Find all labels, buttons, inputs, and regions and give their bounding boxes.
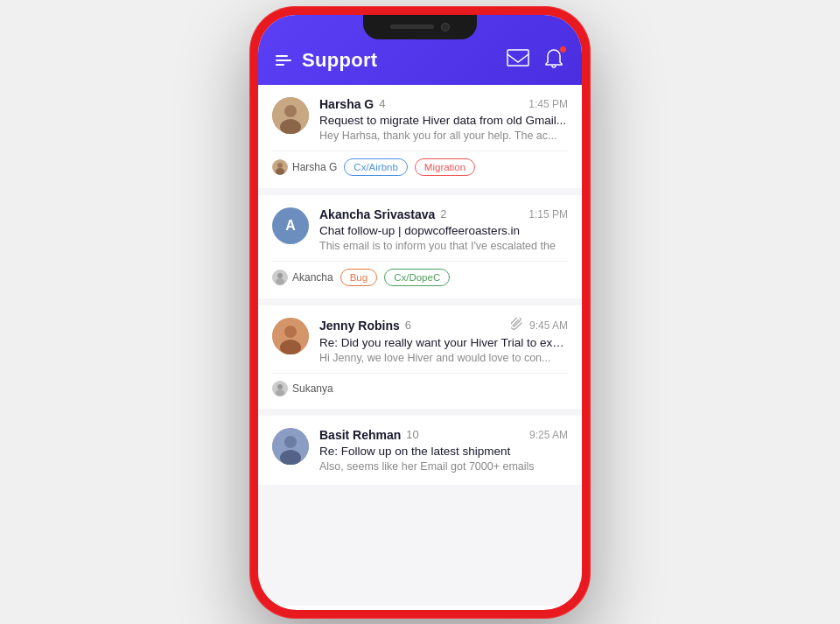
sender-name: Harsha G — [319, 97, 374, 111]
avatar — [272, 97, 309, 134]
avatar — [272, 318, 309, 354]
message-time: 1:45 PM — [528, 98, 568, 110]
tags-row: Akancha Bug Cx/DopeC — [272, 261, 568, 286]
assignee-avatar-icon — [272, 159, 288, 175]
message-count: 10 — [406, 428, 418, 441]
svg-point-8 — [276, 278, 284, 285]
tag-cx-dopec[interactable]: Cx/DopeC — [384, 269, 450, 286]
svg-point-10 — [284, 326, 297, 338]
message-time: 9:45 AM — [529, 319, 568, 332]
camera — [441, 23, 450, 32]
harsha-avatar-svg — [272, 97, 309, 134]
attachment-icon — [511, 318, 523, 333]
assignee-name: Sukanya — [292, 382, 333, 395]
svg-point-1 — [284, 105, 297, 117]
email-preview: Hi Jenny, we love Hiver and would love t… — [319, 352, 568, 364]
conversation-body: Harsha G 4 1:45 PM Request to migrate Hi… — [319, 97, 568, 142]
sender-name: Basit Rehman — [319, 428, 401, 442]
email-preview: Hey Harhsa, thank you for all your help.… — [319, 130, 568, 142]
sender-name: Jenny Robins — [319, 319, 400, 333]
inbox-button[interactable] — [507, 49, 529, 72]
notification-badge — [559, 46, 567, 53]
tag-migration[interactable]: Migration — [415, 158, 475, 176]
svg-point-7 — [277, 273, 283, 278]
assignee-name: Harsha G — [292, 161, 337, 173]
conversation-item[interactable]: Basit Rehman 10 9:25 AM Re: Follow up on… — [258, 416, 582, 485]
sender-name: Akancha Srivastava — [319, 207, 435, 221]
assignee-name: Akancha — [292, 271, 333, 284]
header-right — [507, 48, 564, 73]
phone-wrapper: Support — [236, 0, 604, 624]
assignee-avatar — [272, 381, 288, 396]
message-count: 6 — [405, 319, 411, 332]
message-count: 4 — [379, 97, 385, 110]
phone-screen: Support — [258, 15, 582, 610]
conversation-body: Akancha Srivastava 2 1:15 PM Chat follow… — [319, 207, 568, 252]
phone-frame: Support — [249, 6, 591, 619]
assignee-avatar-icon — [272, 381, 288, 396]
assignee-tag: Harsha G — [272, 159, 337, 175]
assignee-tag: Sukanya — [272, 381, 333, 396]
message-count: 2 — [440, 207, 446, 221]
avatar-letter: A — [285, 218, 296, 234]
tags-row: Harsha G Cx/Airbnb Migration — [272, 151, 568, 176]
avatar — [272, 428, 309, 465]
avatar: A — [272, 207, 309, 244]
basit-avatar-svg — [272, 428, 309, 465]
conversation-list[interactable]: Harsha G 4 1:45 PM Request to migrate Hi… — [258, 85, 582, 606]
email-subject: Request to migrate Hiver data from old G… — [319, 114, 568, 127]
assignee-avatar — [272, 270, 288, 285]
tag-bug[interactable]: Bug — [340, 269, 377, 286]
conversation-body: Basit Rehman 10 9:25 AM Re: Follow up on… — [319, 428, 568, 473]
app-title: Support — [302, 49, 377, 72]
svg-point-16 — [284, 436, 297, 448]
email-subject: Chat follow-up | dopwcoffeeroasters.in — [319, 224, 568, 237]
message-time: 1:15 PM — [528, 208, 568, 221]
conversation-item[interactable]: Harsha G 4 1:45 PM Request to migrate Hi… — [258, 85, 582, 188]
assignee-avatar-icon — [272, 270, 288, 285]
conversation-body: Jenny Robins 6 9:45 AM — [319, 318, 568, 364]
svg-point-14 — [276, 389, 284, 396]
tags-row: Sukanya — [272, 373, 568, 396]
notifications-button[interactable] — [543, 48, 564, 73]
assignee-tag: Akancha — [272, 270, 333, 285]
notch — [363, 15, 477, 39]
menu-button[interactable] — [276, 55, 291, 66]
jenny-avatar-svg — [272, 318, 309, 354]
conversation-item[interactable]: A Akancha Srivastava 2 1:15 PM Chat foll… — [258, 195, 582, 298]
email-subject: Re: Follow up on the latest shipment — [319, 445, 568, 458]
email-preview: Also, seems like her Email got 7000+ ema… — [319, 460, 568, 473]
svg-point-5 — [276, 168, 284, 175]
inbox-icon — [507, 49, 529, 68]
assignee-avatar — [272, 159, 288, 175]
conversation-item[interactable]: Jenny Robins 6 9:45 AM — [258, 305, 582, 409]
message-time: 9:25 AM — [529, 429, 568, 441]
email-subject: Re: Did you really want your Hiver Trial… — [319, 336, 568, 349]
paperclip-icon — [511, 318, 523, 330]
svg-point-13 — [277, 384, 283, 389]
svg-point-4 — [277, 163, 283, 168]
header-left: Support — [276, 49, 377, 72]
tag-cx-airbnb[interactable]: Cx/Airbnb — [344, 158, 408, 176]
email-preview: This email is to inform you that I've es… — [319, 240, 568, 252]
speaker — [390, 25, 434, 29]
